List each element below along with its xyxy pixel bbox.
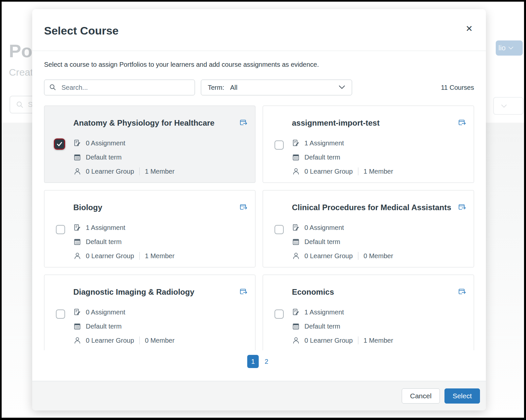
learner-group-count: 0 Learner Group (304, 252, 353, 260)
calendar-icon (292, 238, 300, 246)
person-icon (73, 336, 81, 344)
course-card-biology[interactable]: Biology 1 Assignment Default term 0 Lear… (44, 190, 255, 267)
learner-group-count: 0 Learner Group (304, 337, 353, 344)
assignment-icon (73, 139, 81, 147)
member-count: 1 Member (364, 337, 393, 344)
assignment-count: 0 Assignment (304, 224, 344, 232)
term-name: Default term (304, 154, 340, 161)
course-card-grid: Anatomy & Physiology for Healthcare 0 As… (44, 106, 474, 350)
person-icon (73, 252, 81, 260)
course-checkbox[interactable] (275, 309, 284, 319)
select-button[interactable]: Select (444, 388, 480, 404)
filter-controls: Term: All 11 Courses (44, 80, 474, 95)
course-title: Clinical Procedures for Medical Assistan… (292, 203, 451, 212)
course-checkbox[interactable] (55, 139, 64, 149)
course-checkbox[interactable] (275, 140, 284, 150)
chevron-down-icon (508, 46, 514, 50)
term-filter-value: All (230, 84, 237, 91)
assignment-count: 0 Assignment (86, 139, 125, 147)
assignment-icon (292, 139, 300, 147)
learner-group-count: 0 Learner Group (304, 168, 353, 175)
modal-header: Select Course ✕ (32, 9, 486, 51)
course-title: assignment-import-test (292, 118, 380, 128)
member-count: 1 Member (145, 252, 175, 260)
term-name: Default term (86, 323, 122, 330)
divider (139, 252, 140, 260)
open-course-icon[interactable] (458, 204, 466, 211)
open-course-icon[interactable] (239, 288, 248, 296)
course-card-diagnostic-imaging[interactable]: Diagnostic Imaging & Radiology 0 Assignm… (44, 275, 255, 350)
course-card-assignment-import-test[interactable]: assignment-import-test 1 Assignment Defa… (263, 106, 474, 183)
course-card-economics[interactable]: Economics 1 Assignment Default term 0 Le… (263, 275, 474, 350)
course-checkbox[interactable] (56, 309, 65, 319)
divider (358, 336, 358, 344)
calendar-icon (292, 322, 300, 330)
calendar-icon (73, 322, 81, 330)
backdrop-dropdown (493, 97, 523, 115)
calendar-icon (73, 153, 81, 161)
backdrop-page-subtitle: Creat (9, 67, 33, 78)
person-icon (292, 167, 300, 175)
divider (139, 336, 140, 344)
open-course-icon[interactable] (239, 204, 248, 211)
person-icon (292, 336, 300, 344)
course-title: Anatomy & Physiology for Healthcare (73, 118, 214, 128)
divider (139, 167, 140, 175)
term-filter-select[interactable]: Term: All (201, 80, 352, 95)
divider (358, 252, 358, 260)
modal-footer: Cancel Select (32, 381, 486, 410)
pagination: 1 2 (32, 355, 486, 368)
course-checkbox[interactable] (56, 225, 65, 234)
assignment-icon (73, 308, 81, 316)
term-name: Default term (304, 238, 340, 246)
learner-group-count: 0 Learner Group (86, 252, 134, 260)
term-name: Default term (86, 154, 122, 161)
term-filter-label: Term: (208, 84, 224, 91)
assignment-count: 1 Assignment (86, 224, 125, 232)
course-title: Biology (73, 203, 102, 212)
annotation-highlight (54, 138, 65, 150)
open-course-icon[interactable] (458, 288, 466, 296)
select-course-modal: Select Course ✕ Select a course to assig… (32, 9, 486, 410)
term-name: Default term (86, 238, 122, 246)
term-name: Default term (304, 323, 340, 330)
divider (358, 167, 358, 175)
search-icon (49, 84, 56, 92)
assignment-icon (292, 308, 300, 316)
assignment-count: 0 Assignment (86, 309, 125, 316)
course-card-clinical-procedures[interactable]: Clinical Procedures for Medical Assistan… (263, 190, 474, 267)
assignment-icon (73, 224, 81, 232)
close-button[interactable]: ✕ (464, 22, 475, 35)
pagination-page-2[interactable]: 2 (262, 357, 271, 367)
chevron-down-icon (339, 85, 345, 90)
member-count: 0 Member (364, 252, 393, 260)
assignment-count: 1 Assignment (304, 309, 344, 316)
learner-group-count: 0 Learner Group (86, 337, 134, 344)
chevron-down-icon (501, 104, 507, 108)
person-icon (292, 252, 300, 260)
course-title: Economics (292, 287, 334, 297)
pagination-page-1[interactable]: 1 (247, 355, 259, 368)
course-checkbox[interactable] (275, 225, 284, 234)
cancel-button[interactable]: Cancel (402, 388, 440, 404)
checkmark-icon (56, 140, 63, 148)
course-search (44, 80, 195, 95)
screenshot-frame: Por Creat Se lio Select Course ✕ Select … (0, 0, 526, 420)
backdrop-button-label: lio (498, 44, 506, 52)
calendar-icon (73, 238, 81, 246)
person-icon (73, 167, 81, 175)
learner-group-count: 0 Learner Group (86, 168, 134, 175)
modal-description: Select a course to assign Portfolios to … (44, 60, 474, 69)
modal-title: Select Course (44, 24, 474, 37)
open-course-icon[interactable] (458, 119, 466, 127)
assignment-count: 1 Assignment (304, 139, 344, 147)
calendar-icon (292, 153, 300, 161)
open-course-icon[interactable] (239, 119, 248, 127)
member-count: 1 Member (364, 168, 393, 175)
course-card-anatomy[interactable]: Anatomy & Physiology for Healthcare 0 As… (44, 106, 255, 183)
course-count: 11 Courses (441, 84, 474, 91)
search-icon (16, 101, 23, 108)
search-input[interactable] (44, 80, 195, 95)
course-title: Diagnostic Imaging & Radiology (73, 287, 194, 297)
portfolio-page: Por Creat Se lio Select Course ✕ Select … (2, 2, 524, 418)
